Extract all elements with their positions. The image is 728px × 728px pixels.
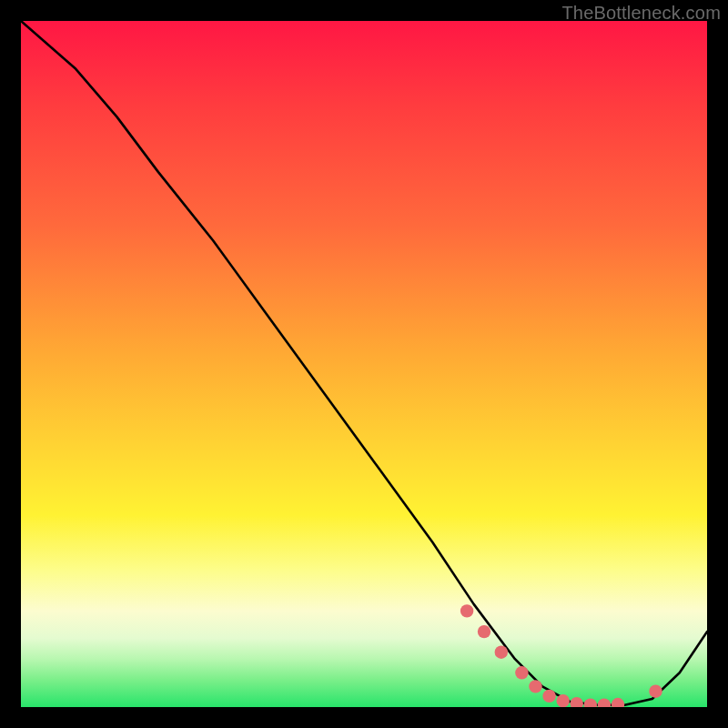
highlight-dot [557,694,570,707]
highlight-dot [542,690,555,703]
highlight-dot [515,666,528,679]
highlight-dots-group [460,604,662,707]
chart-plot-area [21,21,707,707]
bottleneck-curve-svg [21,21,707,707]
highlight-dot [529,680,541,693]
highlight-dot [649,685,662,698]
bottleneck-curve-line [21,21,707,705]
watermark-text: TheBottleneck.com [561,3,721,24]
highlight-dot [460,604,473,617]
highlight-dot [598,699,611,708]
highlight-dot [478,625,490,638]
highlight-dot [571,697,583,707]
highlight-dot [584,699,597,708]
highlight-dot [612,698,624,707]
highlight-dot [495,646,508,659]
